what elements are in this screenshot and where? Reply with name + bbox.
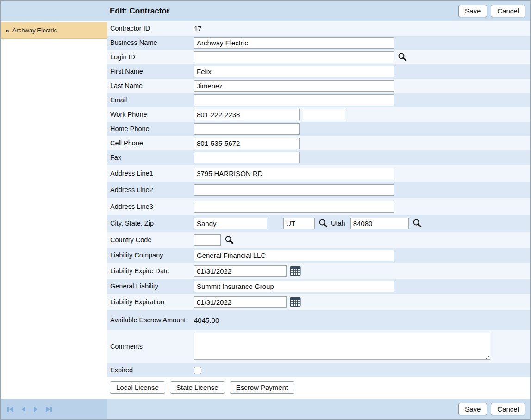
address-line3-input[interactable] [194, 201, 394, 213]
general-liability-label: General Liability [107, 281, 194, 291]
state-license-button[interactable]: State License [170, 381, 225, 394]
liability-expiration-input[interactable] [194, 296, 287, 308]
liability-expiration-calendar-icon[interactable] [290, 297, 301, 307]
expired-checkbox[interactable] [194, 367, 201, 374]
row-general-liability: General Liability [107, 279, 530, 294]
cancel-button[interactable]: Cancel [491, 5, 525, 17]
row-business-name: Business Name [107, 36, 530, 50]
row-city-state-zip: City, State, Zip Utah [107, 215, 530, 232]
sidebar-item-label: Archway Electric [12, 27, 57, 34]
row-last-name: Last Name [107, 79, 530, 93]
row-email: Email [107, 93, 530, 107]
state-search-icon[interactable] [318, 219, 328, 228]
row-country-code: Country Code [107, 232, 530, 248]
contractor-id-value: 17 [194, 25, 202, 32]
footer-actions: Save Cancel [458, 403, 525, 415]
liability-company-input[interactable] [194, 250, 394, 261]
first-name-input[interactable] [194, 66, 394, 77]
row-available-escrow: Available Escrow Amount 4045.00 [107, 310, 530, 330]
login-id-input[interactable] [194, 51, 394, 63]
city-state-zip-label: City, State, Zip [107, 218, 194, 228]
liability-expire-date-label: Liability Expire Date [107, 266, 194, 276]
last-name-input[interactable] [194, 80, 394, 92]
comments-label: Comments [107, 341, 194, 351]
work-phone-ext-input[interactable] [303, 109, 345, 120]
liability-expire-date-calendar-icon[interactable] [290, 266, 301, 276]
row-work-phone: Work Phone [107, 107, 530, 122]
license-actions: Local License State License Escrow Payme… [107, 377, 530, 397]
expired-label: Expired [107, 365, 194, 375]
previous-page-icon[interactable] [20, 406, 27, 413]
city-input[interactable] [194, 218, 267, 229]
state-name-text: Utah [331, 219, 345, 227]
work-phone-label: Work Phone [107, 109, 194, 119]
available-escrow-value: 4045.00 [194, 316, 219, 324]
row-address-line1: Address Line1 [107, 165, 530, 182]
row-liability-expiration: Liability Expiration [107, 294, 530, 310]
address-line1-label: Address Line1 [107, 168, 194, 178]
first-page-icon[interactable] [6, 406, 15, 413]
row-address-line3: Address Line3 [107, 198, 530, 215]
row-comments: Comments [107, 330, 530, 363]
address-line2-input[interactable] [194, 184, 394, 196]
footer-save-button[interactable]: Save [458, 403, 487, 415]
home-phone-label: Home Phone [107, 124, 194, 134]
home-phone-input[interactable] [194, 123, 300, 135]
save-button[interactable]: Save [458, 5, 487, 17]
footer-cancel-button[interactable]: Cancel [491, 403, 525, 415]
header-actions: Save Cancel [458, 5, 525, 17]
row-address-line2: Address Line2 [107, 182, 530, 198]
row-home-phone: Home Phone [107, 122, 530, 136]
business-name-input[interactable] [194, 37, 394, 49]
contractor-edit-page: Edit: Contractor Save Cancel » Archway E… [0, 0, 531, 420]
last-name-label: Last Name [107, 81, 194, 91]
zip-search-icon[interactable] [412, 219, 422, 228]
login-id-label: Login ID [107, 52, 194, 62]
address-line1-input[interactable] [194, 168, 394, 179]
fax-label: Fax [107, 152, 194, 163]
record-pager [1, 399, 107, 419]
row-contractor-id: Contractor ID 17 [107, 21, 530, 36]
sidebar-item-archway-electric[interactable]: » Archway Electric [1, 22, 107, 39]
escrow-payment-button[interactable]: Escrow Payment [230, 381, 295, 394]
available-escrow-label: Available Escrow Amount [107, 315, 194, 325]
country-code-label: Country Code [107, 235, 194, 245]
last-page-icon[interactable] [44, 406, 53, 413]
local-license-button[interactable]: Local License [110, 381, 165, 394]
email-input[interactable] [194, 94, 394, 106]
work-phone-input[interactable] [194, 109, 300, 120]
row-cell-phone: Cell Phone [107, 136, 530, 150]
login-id-search-icon[interactable] [397, 52, 407, 62]
comments-textarea[interactable] [194, 333, 490, 360]
row-first-name: First Name [107, 64, 530, 79]
business-name-label: Business Name [107, 38, 194, 48]
main-area: » Archway Electric Contractor ID 17 Busi… [1, 21, 530, 399]
state-input[interactable] [283, 218, 315, 229]
cell-phone-label: Cell Phone [107, 138, 194, 148]
country-code-input[interactable] [194, 234, 221, 246]
page-title: Edit: Contractor [110, 6, 169, 16]
general-liability-input[interactable] [194, 281, 394, 292]
address-line3-label: Address Line3 [107, 201, 194, 212]
form-content: Contractor ID 17 Business Name Login ID … [107, 21, 530, 399]
contractor-id-label: Contractor ID [107, 23, 194, 33]
row-liability-company: Liability Company [107, 248, 530, 263]
first-name-label: First Name [107, 66, 194, 76]
footer-bar: Save Cancel [1, 399, 530, 419]
row-fax: Fax [107, 150, 530, 165]
row-liability-expire-date: Liability Expire Date [107, 263, 530, 279]
row-expired: Expired [107, 363, 530, 377]
fax-input[interactable] [194, 152, 300, 163]
country-code-search-icon[interactable] [224, 235, 234, 245]
row-login-id: Login ID [107, 50, 530, 64]
header-bar: Edit: Contractor Save Cancel [1, 1, 530, 21]
next-page-icon[interactable] [32, 406, 39, 413]
zip-input[interactable] [350, 218, 409, 229]
liability-expiration-label: Liability Expiration [107, 297, 194, 307]
address-line2-label: Address Line2 [107, 185, 194, 195]
cell-phone-input[interactable] [194, 138, 300, 149]
email-label: Email [107, 95, 194, 105]
liability-expire-date-input[interactable] [194, 265, 287, 277]
chevron-right-icon: » [6, 27, 9, 34]
liability-company-label: Liability Company [107, 250, 194, 260]
